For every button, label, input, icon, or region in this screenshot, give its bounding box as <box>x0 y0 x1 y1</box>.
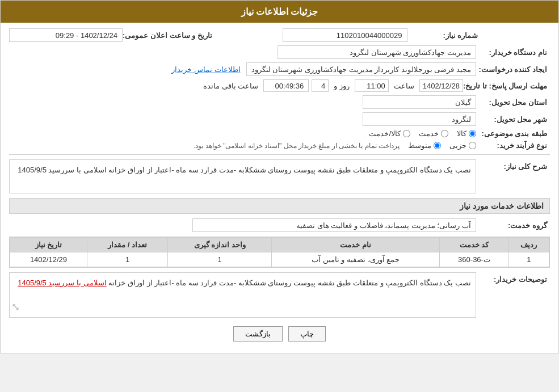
buyer-notes-link: اسلامی با سررسید 1405/9/5 <box>18 279 106 287</box>
col-row-num: ردیف <box>508 238 549 252</box>
resize-icon: ⤡ <box>11 299 20 315</box>
col-service-name: نام خدمت <box>271 238 439 252</box>
col-date: تاریخ نیاز <box>10 238 87 252</box>
province-value: گیلان <box>363 95 476 109</box>
back-button[interactable]: بازگشت <box>233 326 283 342</box>
purchase-type-radio-group: جزیی متوسط <box>408 141 476 150</box>
requester-label: ایجاد کننده درخواست: <box>476 65 550 74</box>
cell-service-name: جمع آوری، تصفیه و تامین آب <box>271 252 439 267</box>
announcement-date-label: تاریخ و ساعت اعلان عمومی: <box>123 31 215 40</box>
table-row: 1 ت-36-360 جمع آوری، تصفیه و تامین آب 1 … <box>10 252 549 267</box>
buyer-org-value: مدیریت جهادکشاورزی شهرستان لنگرود <box>278 45 476 59</box>
requester-value: مجید فرضی بورجلالوند کاربرداز مدیریت جها… <box>246 62 476 76</box>
description-label: شرح کلی نیاز: <box>476 159 550 171</box>
category-kala-item[interactable]: کالا <box>457 129 476 138</box>
page-header: جزئیات اطلاعات نیاز <box>1 1 558 23</box>
deadline-time-label: ساعت <box>394 82 414 90</box>
col-unit: واحد اندازه گیری <box>168 238 272 252</box>
description-text: نصب یک دستگاه الکتروپمپ و متعلقات طبق نق… <box>9 159 476 193</box>
province-label: استان محل تحویل: <box>476 98 550 107</box>
buyer-notes-text: نصب یک دستگاه الکتروپمپ و متعلقات طبق نق… <box>18 279 471 287</box>
purchase-type-motavaset-label: متوسط <box>408 141 431 150</box>
category-khedmat-item[interactable]: خدمت <box>419 129 448 138</box>
bottom-buttons: چاپ بازگشت <box>9 326 550 342</box>
deadline-label: مهلت ارسال پاسخ: تا تاریخ: <box>463 82 550 90</box>
deadline-days: 4 <box>312 79 329 92</box>
deadline-date: 1402/12/28 <box>419 79 463 92</box>
order-number-value: 1102010044000029 <box>283 28 407 42</box>
buyer-notes-box: نصب یک دستگاه الکتروپمپ و متعلقات طبق نق… <box>9 272 476 318</box>
contact-link[interactable]: اطلاعات تماس خریدار <box>171 65 240 74</box>
deadline-time: 11:00 <box>355 79 389 92</box>
col-quantity: تعداد / مقدار <box>87 238 168 252</box>
page-title: جزئیات اطلاعات نیاز <box>241 7 318 16</box>
purchase-type-label: نوع فرآیند خرید: <box>476 141 550 150</box>
cell-unit: 1 <box>168 252 272 267</box>
purchase-type-jozi-label: جزیی <box>449 141 466 150</box>
category-kala-label: کالا <box>457 129 466 138</box>
category-kala-radio[interactable] <box>469 130 476 137</box>
cell-service-code: ت-36-360 <box>440 252 508 267</box>
services-table: ردیف کد خدمت نام خدمت واحد اندازه گیری ت… <box>10 237 549 267</box>
deadline-remaining: 00:49:36 <box>263 79 309 92</box>
buyer-notes-label: توصیحات خریدار: <box>476 272 550 284</box>
service-group-label: گروه خدمت: <box>476 221 550 230</box>
buyer-org-label: نام دستگاه خریدار: <box>476 48 550 57</box>
city-label: شهر محل تحویل: <box>476 115 550 124</box>
col-service-code: کد خدمت <box>440 238 508 252</box>
announcement-date-value: 1402/12/24 - 09:29 <box>9 28 123 42</box>
purchase-type-jozi-radio[interactable] <box>469 142 476 149</box>
cell-row-num: 1 <box>508 252 549 267</box>
service-group-value: آب رسانی؛ مدیریت پسماند، فاضلاب و فعالیت… <box>192 218 476 232</box>
city-value: لنگرود <box>363 112 476 126</box>
category-label: طبقه بندی موضوعی: <box>476 129 550 138</box>
order-number-label: شماره نیاز: <box>407 31 481 40</box>
deadline-days-label: روز و <box>334 82 350 90</box>
purchase-type-motavaset-item[interactable]: متوسط <box>408 141 441 150</box>
category-khedmat-radio[interactable] <box>441 130 448 137</box>
cell-quantity: 1 <box>87 252 168 267</box>
category-radio-group: کالا خدمت کالا/خدمت <box>369 129 476 138</box>
category-kala-khedmat-label: کالا/خدمت <box>369 129 401 138</box>
category-khedmat-label: خدمت <box>419 129 439 138</box>
services-table-container: ردیف کد خدمت نام خدمت واحد اندازه گیری ت… <box>9 237 550 268</box>
purchase-type-jozi-item[interactable]: جزیی <box>449 141 476 150</box>
purchase-type-note: پرداخت تمام یا بخشی از مبلغ خریداز محل "… <box>194 142 400 150</box>
purchase-type-motavaset-radio[interactable] <box>434 142 441 149</box>
deadline-remaining-label: ساعت باقی مانده <box>203 82 258 90</box>
category-kala-khedmat-item[interactable]: کالا/خدمت <box>369 129 410 138</box>
print-button[interactable]: چاپ <box>288 326 326 342</box>
services-section-title: اطلاعات خدمات مورد نیاز <box>9 198 550 214</box>
cell-date: 1402/12/29 <box>10 252 87 267</box>
category-kala-khedmat-radio[interactable] <box>403 130 410 137</box>
divider-1 <box>9 154 550 155</box>
